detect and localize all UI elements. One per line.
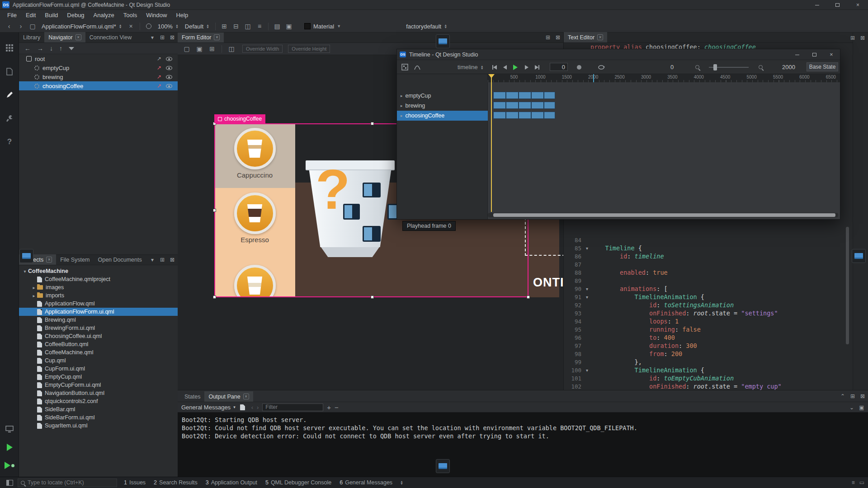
tab-open-documents[interactable]: Open Documents: [94, 254, 146, 265]
output-pane-button-search-results[interactable]: 2Search Results: [150, 478, 202, 487]
tools-wrench-icon[interactable]: [0, 109, 19, 127]
project-item-imports[interactable]: ▸imports: [19, 291, 178, 300]
visibility-eye-icon[interactable]: [166, 57, 172, 61]
split-pane-icon[interactable]: ⊞: [159, 34, 166, 41]
pin-icon[interactable]: ▣: [858, 404, 865, 411]
resize-handle[interactable]: [213, 296, 216, 299]
design-pencil-icon[interactable]: [0, 86, 19, 104]
prev-item-icon[interactable]: ‹: [251, 404, 253, 411]
maximize-icon[interactable]: [806, 49, 823, 60]
move-left-icon[interactable]: ←: [24, 45, 31, 52]
timeline-titlebar[interactable]: DS Timeline - Qt Design Studio ×: [397, 49, 840, 60]
minimize-icon[interactable]: [807, 0, 827, 10]
resize-handle[interactable]: [213, 209, 216, 212]
output-pane-button-general-messages[interactable]: 6General Messages: [335, 478, 396, 487]
alias-export-icon[interactable]: ↗: [157, 65, 161, 71]
zoom-out-icon[interactable]: −: [335, 404, 339, 411]
snap-grid-icon[interactable]: ⊞: [207, 44, 217, 54]
collapse-icon[interactable]: ⌄: [848, 404, 855, 411]
editor-scrollbar[interactable]: [846, 227, 849, 344]
close-pane-icon[interactable]: ⊠: [554, 34, 561, 41]
tab-library[interactable]: Library: [19, 32, 44, 42]
playhead-line[interactable]: [491, 74, 492, 212]
debug-run-icon[interactable]: [0, 456, 19, 474]
menu-item-tools[interactable]: Tools: [119, 10, 142, 20]
previous-frame-icon[interactable]: [500, 60, 510, 74]
base-state-button[interactable]: Base State: [807, 62, 838, 71]
resize-handle[interactable]: [371, 296, 374, 299]
close-tab-icon[interactable]: ×: [597, 34, 603, 40]
maximize-icon[interactable]: [827, 0, 848, 10]
menu-item-window[interactable]: Window: [142, 10, 171, 20]
tab-file-system[interactable]: File System: [56, 254, 94, 265]
project-item-CoffeeMachine[interactable]: ▾CoffeeMachine: [19, 267, 178, 275]
timeline-ruler[interactable]: 5001000150020002500300035004000450050005…: [488, 74, 840, 82]
visibility-eye-icon[interactable]: [166, 66, 172, 70]
timeline-track-emptyCup[interactable]: ▸emptyCup: [397, 91, 488, 101]
menu-item-debug[interactable]: Debug: [62, 10, 89, 20]
project-item-CoffeeMachine.qmlproject[interactable]: CoffeeMachine.qmlproject: [19, 275, 178, 283]
move-down-icon[interactable]: ↓: [50, 45, 53, 52]
toggle-sidebar-icon[interactable]: [6, 480, 13, 486]
record-icon[interactable]: [577, 60, 581, 74]
timeline-settings-icon[interactable]: [401, 60, 408, 74]
timeline-window[interactable]: DS Timeline - Qt Design Studio × timelin…: [396, 49, 840, 220]
timeline-scrollbar[interactable]: [493, 213, 835, 217]
kit-selector[interactable]: factorydefault ▲▼: [403, 22, 450, 31]
project-item-EmptyCupForm.ui.qml[interactable]: EmptyCupForm.ui.qml: [19, 381, 178, 389]
override-height-field[interactable]: Override Height: [288, 45, 330, 53]
zoom-in-icon[interactable]: [759, 60, 763, 74]
pane-menu-icon[interactable]: ▾: [149, 256, 156, 263]
visibility-eye-icon[interactable]: [166, 75, 172, 79]
menu-item-help[interactable]: Help: [171, 10, 193, 20]
timeline-selector[interactable]: timeline ▲▼: [455, 60, 486, 74]
snap-anchors-icon[interactable]: ▣: [194, 44, 205, 54]
tab-states[interactable]: States: [180, 391, 204, 402]
to-start-icon[interactable]: [490, 60, 500, 74]
screen-icon[interactable]: ▭: [859, 479, 864, 486]
resize-handle[interactable]: [527, 296, 530, 299]
timeline-lanes[interactable]: [488, 82, 840, 219]
filter-input[interactable]: [262, 404, 323, 411]
current-frame-field[interactable]: 0: [550, 63, 568, 71]
play-icon[interactable]: [510, 60, 520, 74]
project-item-qtquickcontrols2.conf[interactable]: qtquickcontrols2.conf: [19, 397, 178, 405]
override-width-field[interactable]: Override Width: [242, 45, 283, 53]
tab-form-editor[interactable]: Form Editor×: [178, 33, 224, 42]
keyframe-bar-brewing[interactable]: [493, 102, 555, 109]
minimize-icon[interactable]: [788, 49, 806, 60]
move-right-icon[interactable]: →: [37, 45, 43, 52]
menu-item-edit[interactable]: Edit: [21, 10, 40, 20]
to-end-icon[interactable]: [532, 60, 542, 74]
project-item-ApplicationFlow.qml[interactable]: ApplicationFlow.qml: [19, 300, 178, 308]
resize-handle[interactable]: [371, 122, 374, 125]
document-selector[interactable]: ApplicationFlowForm.ui.qml* ▲▼: [39, 22, 125, 31]
project-item-SugarItem.ui.qml[interactable]: SugarItem.ui.qml: [19, 422, 178, 430]
channel-selector[interactable]: General Messages ▾: [180, 403, 236, 412]
no-snapping-icon[interactable]: ▢: [181, 44, 192, 54]
tab-output-pane[interactable]: Output Pane×: [204, 391, 253, 402]
fold-arrow-icon[interactable]: ▾: [584, 246, 590, 251]
pane-nav-arrows-icon[interactable]: ▲▼: [400, 480, 403, 485]
project-item-CoffeeMachine.qml[interactable]: CoffeeMachine.qml: [19, 348, 178, 357]
navigator-item-root[interactable]: root↗: [19, 54, 178, 63]
split-pane-icon[interactable]: ⊞: [849, 393, 856, 400]
frame-icon[interactable]: ◫: [242, 22, 253, 31]
project-item-Cup.qml[interactable]: Cup.qml: [19, 357, 178, 365]
menu-item-build[interactable]: Build: [40, 10, 62, 20]
fold-arrow-icon[interactable]: ▾: [584, 295, 590, 300]
close-tab-icon[interactable]: ×: [243, 394, 249, 399]
project-item-BrewingForm.ui.qml[interactable]: BrewingForm.ui.qml: [19, 324, 178, 332]
close-document-icon[interactable]: ×: [126, 22, 137, 31]
export-icon[interactable]: ⊞: [219, 22, 230, 31]
close-pane-icon[interactable]: ⊠: [169, 256, 176, 263]
project-item-SideBarForm.ui.qml[interactable]: SideBarForm.ui.qml: [19, 413, 178, 422]
timeline-track-brewing[interactable]: ▸brewing: [397, 101, 488, 111]
split-pane-icon[interactable]: ⊞: [159, 256, 166, 263]
project-item-EmptyCup.qml[interactable]: EmptyCup.qml: [19, 373, 178, 381]
grid-view-icon[interactable]: ▤: [272, 22, 283, 31]
import-icon[interactable]: ⊟: [231, 22, 241, 31]
next-frame-icon[interactable]: [522, 60, 532, 74]
pane-menu-icon[interactable]: ▾: [149, 34, 156, 41]
tab-connection-view[interactable]: Connection View: [85, 32, 136, 42]
